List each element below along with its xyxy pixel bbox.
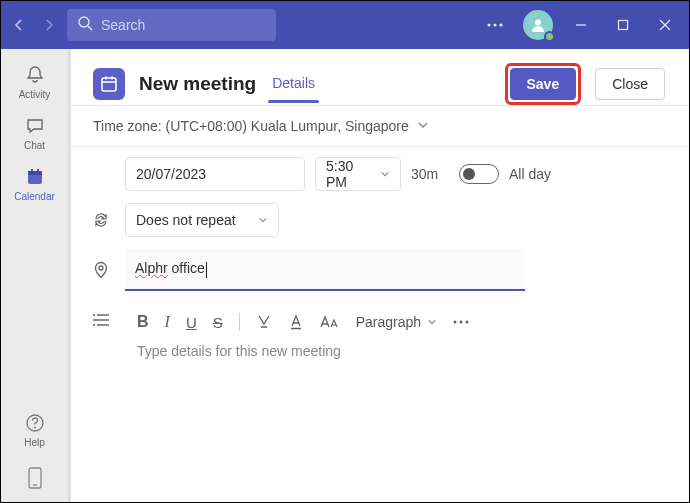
separator <box>239 313 240 331</box>
location-icon <box>87 261 115 279</box>
rail-activity[interactable]: Activity <box>1 55 69 106</box>
back-button[interactable] <box>7 11 31 39</box>
rail-label: Help <box>24 437 45 448</box>
underline-button[interactable]: U <box>186 314 197 331</box>
rail-device[interactable] <box>1 458 69 494</box>
search-input[interactable] <box>101 17 266 33</box>
page-header: New meeting Details Save Close <box>69 49 689 105</box>
chat-icon <box>23 114 47 138</box>
text-cursor <box>206 262 207 278</box>
paragraph-label: Paragraph <box>356 314 421 330</box>
duration-label: 30m <box>411 166 449 182</box>
maximize-button[interactable] <box>605 7 641 43</box>
timezone-row[interactable]: Time zone: (UTC+08:00) Kuala Lumpur, Sin… <box>69 106 689 147</box>
svg-rect-13 <box>37 169 39 173</box>
svg-rect-18 <box>102 78 116 91</box>
date-value: 20/07/2023 <box>136 166 206 182</box>
help-icon <box>23 411 47 435</box>
date-field[interactable]: 20/07/2023 <box>125 157 305 191</box>
datetime-row: 20/07/2023 5:30 PM 30m All day <box>87 157 671 191</box>
svg-point-15 <box>34 427 36 429</box>
rail-label: Calendar <box>14 191 55 202</box>
svg-point-22 <box>99 266 103 270</box>
repeat-icon <box>87 211 115 229</box>
calendar-icon <box>23 165 47 189</box>
app-rail: Activity Chat Calendar Help <box>1 49 69 502</box>
titlebar <box>1 1 689 49</box>
font-color-button[interactable] <box>288 314 304 330</box>
toggle-knob <box>463 168 475 180</box>
svg-point-27 <box>93 324 95 326</box>
rail-label: Chat <box>24 140 45 151</box>
svg-point-26 <box>93 314 95 316</box>
svg-rect-7 <box>619 21 628 30</box>
close-button[interactable]: Close <box>595 68 665 100</box>
italic-button[interactable]: I <box>165 313 170 331</box>
main-panel: New meeting Details Save Close Time zone… <box>69 49 689 502</box>
location-field[interactable]: Alphr office <box>125 249 525 291</box>
chevron-down-icon <box>417 118 429 134</box>
chevron-down-icon <box>258 212 268 228</box>
allday-label: All day <box>509 166 551 182</box>
tab-details[interactable]: Details <box>270 65 317 103</box>
close-window-button[interactable] <box>647 7 683 43</box>
bold-button[interactable]: B <box>137 313 149 331</box>
location-text-rest: office <box>168 260 205 276</box>
location-row: Alphr office <box>87 249 671 291</box>
font-size-button[interactable] <box>320 315 340 329</box>
editor-body[interactable]: Type details for this new meeting <box>125 337 525 457</box>
page-title: New meeting <box>139 73 256 95</box>
paragraph-select[interactable]: Paragraph <box>356 314 437 330</box>
location-text-misspelled: Alphr <box>135 260 168 276</box>
svg-point-0 <box>79 17 89 27</box>
details-row: B I U S Paragraph <box>87 303 671 457</box>
rail-chat[interactable]: Chat <box>1 106 69 157</box>
rail-label: Activity <box>19 89 51 100</box>
editor[interactable]: B I U S Paragraph <box>125 303 525 457</box>
allday-toggle[interactable] <box>459 164 499 184</box>
strike-button[interactable]: S <box>213 314 223 331</box>
svg-line-1 <box>88 26 92 30</box>
save-highlight: Save <box>505 63 582 105</box>
calendar-badge-icon <box>93 68 125 100</box>
description-icon <box>87 303 115 327</box>
chevron-down-icon <box>380 166 390 182</box>
repeat-value: Does not repeat <box>136 212 236 228</box>
repeat-select[interactable]: Does not repeat <box>125 203 279 237</box>
form-area: 20/07/2023 5:30 PM 30m All day Does not … <box>69 147 689 457</box>
svg-point-3 <box>493 23 496 26</box>
save-button[interactable]: Save <box>510 68 577 100</box>
time-select[interactable]: 5:30 PM <box>315 157 401 191</box>
bell-icon <box>23 63 47 87</box>
search-icon <box>77 15 93 35</box>
editor-toolbar: B I U S Paragraph <box>125 303 525 337</box>
device-icon <box>23 466 47 490</box>
svg-point-29 <box>454 321 457 324</box>
svg-point-2 <box>487 23 490 26</box>
rail-calendar[interactable]: Calendar <box>1 157 69 208</box>
avatar[interactable] <box>523 10 553 40</box>
svg-rect-11 <box>28 171 42 175</box>
timezone-label: Time zone: (UTC+08:00) Kuala Lumpur, Sin… <box>93 118 409 134</box>
svg-point-31 <box>466 321 469 324</box>
svg-point-4 <box>499 23 502 26</box>
toolbar-more-button[interactable] <box>453 320 469 324</box>
editor-placeholder: Type details for this new meeting <box>137 343 341 359</box>
svg-rect-12 <box>31 169 33 173</box>
more-button[interactable] <box>477 7 513 43</box>
svg-point-5 <box>535 20 541 26</box>
search-box[interactable] <box>67 9 276 41</box>
presence-badge <box>544 31 555 42</box>
minimize-button[interactable] <box>563 7 599 43</box>
rail-help[interactable]: Help <box>1 403 69 454</box>
highlight-button[interactable] <box>256 314 272 330</box>
svg-point-30 <box>460 321 463 324</box>
repeat-row: Does not repeat <box>87 203 671 237</box>
forward-button[interactable] <box>37 11 61 39</box>
time-value: 5:30 PM <box>326 158 372 190</box>
